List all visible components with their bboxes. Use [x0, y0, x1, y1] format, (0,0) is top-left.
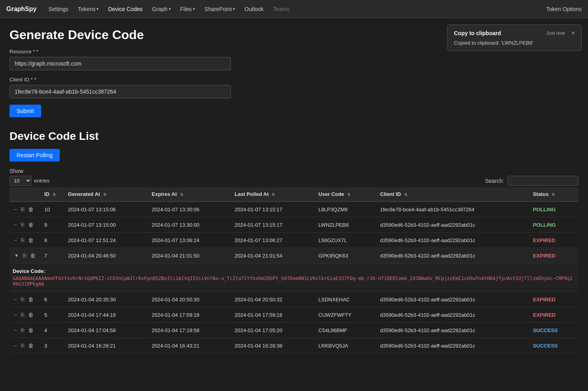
th-expires-at[interactable]: Expires At ⇅ [148, 187, 231, 201]
th-user-code[interactable]: User Code ⇅ [315, 187, 377, 201]
search-wrapper: Search: [485, 176, 579, 186]
nav-files[interactable]: Files ▾ [176, 4, 199, 15]
cell-client-id: d3590ed6-52b3-4102-aeff-aad2292ab01c [377, 248, 529, 263]
table-row: – ⎘ 🗑 9 2024-01-07 13:15:00 2024-01-07 1… [9, 217, 579, 233]
nav-items: Settings Tokens ▾ Device Codes Graph ▾ F… [44, 4, 546, 15]
nav-outlook[interactable]: Outlook [240, 4, 267, 15]
delete-button[interactable]: 🗑 [26, 236, 35, 244]
delete-button[interactable]: 🗑 [28, 252, 37, 259]
search-label: Search: [485, 178, 504, 184]
cell-client-id: d3590ed6-52b3-4102-aeff-aad2292ab01c [377, 338, 529, 353]
copy-button[interactable]: ⎘ [19, 205, 26, 213]
cell-generated-at: 2024-01-04 17:04:58 [65, 323, 148, 338]
cell-user-code: LRKBVQ5JA [315, 338, 377, 353]
client-id-input[interactable] [9, 85, 231, 98]
main-content: Copy to clipboard Just now × Copied to c… [0, 18, 588, 363]
cell-user-code: LSDNXEHAC [315, 292, 377, 307]
th-client-id[interactable]: Client ID ⇅ [377, 187, 529, 201]
copy-button[interactable]: ⎘ [19, 311, 26, 319]
graph-caret: ▾ [169, 7, 171, 11]
cell-generated-at: 2024-01-07 13:15:00 [65, 217, 148, 233]
device-code-label: Device Code: [13, 268, 575, 274]
expand-button[interactable]: – [13, 206, 19, 213]
cell-id: 6 [41, 292, 65, 307]
cell-client-id: 1fec8e78-bce4-4aaf-ab1b-5451cc387264 [377, 201, 529, 217]
nav-sharepoint[interactable]: SharePoint ▾ [200, 4, 239, 15]
th-status[interactable]: Status ⇅ [530, 187, 579, 201]
delete-button[interactable]: 🗑 [26, 342, 35, 350]
expand-button[interactable]: – [13, 296, 19, 303]
delete-button[interactable]: 🗑 [26, 311, 35, 319]
show-entries-wrapper: Show 10 25 50 100 entries [9, 168, 49, 186]
th-last-polled-at[interactable]: Last Polled At ⇅ [231, 187, 315, 201]
copy-button[interactable]: ⎘ [19, 326, 26, 334]
row-actions: – ⎘ 🗑 [13, 326, 38, 334]
expand-button[interactable]: – [13, 221, 19, 228]
cell-expires-at: 2024-01-07 13:06:24 [148, 233, 231, 248]
table-header: ID ⇅ Generated At ⇅ Expires At ⇅ Last Po… [9, 187, 579, 201]
cell-status: EXPIRED [530, 233, 579, 248]
delete-button[interactable]: 🗑 [26, 326, 35, 334]
delete-button[interactable]: 🗑 [26, 295, 35, 303]
cell-last-polled-at: 2024-01-07 13:15:17 [231, 201, 315, 217]
copy-button[interactable]: ⎘ [19, 295, 26, 303]
device-code-expanded-row: Device Code: GAQABAAEAAAAmoFFGtYxvRrNriQ… [9, 263, 579, 292]
copy-button[interactable]: ⎘ [19, 342, 26, 350]
expand-button[interactable]: ▼ [13, 252, 21, 259]
search-input[interactable] [507, 176, 579, 186]
show-select[interactable]: 10 25 50 100 [9, 176, 32, 186]
cell-client-id: d3590ed6-52b3-4102-aeff-aad2292ab01c [377, 217, 529, 233]
resource-input[interactable] [9, 57, 231, 70]
cell-id: 4 [41, 323, 65, 338]
cell-id: 3 [41, 338, 65, 353]
restart-polling-button[interactable]: Restart Polling [9, 149, 60, 162]
copy-button[interactable]: ⎘ [19, 236, 26, 244]
cell-expires-at: 2024-01-04 17:59:18 [148, 307, 231, 323]
cell-client-id: d3590ed6-52b3-4102-aeff-aad2292ab01c [377, 292, 529, 307]
delete-button[interactable]: 🗑 [26, 205, 35, 213]
cell-expires-at: 2024-01-04 20:50:30 [148, 292, 231, 307]
copy-button[interactable]: ⎘ [19, 221, 26, 229]
cell-id: 5 [41, 307, 65, 323]
th-id[interactable]: ID ⇅ [41, 187, 65, 201]
expand-button[interactable]: – [13, 342, 19, 349]
cell-id: 8 [41, 233, 65, 248]
cell-user-code: LWNZLPEB8 [315, 217, 377, 233]
th-generated-at[interactable]: Generated At ⇅ [65, 187, 148, 201]
expand-button[interactable]: – [13, 327, 19, 334]
cell-expires-at: 2024-01-07 13:30:00 [148, 217, 231, 233]
table-row: ▼ ⎘ 🗑 7 2024-01-04 20:46:50 2024-01-04 2… [9, 248, 579, 263]
row-actions: – ⎘ 🗑 [13, 295, 38, 303]
toast-time: Just now [546, 30, 565, 36]
cell-status: SUCCESS [530, 323, 579, 338]
device-code-value: GAQABAAEAAAAmoFFGtYxvRrNriQdPKIZ-zCO3nCp… [13, 276, 575, 287]
app-brand[interactable]: GraphSpy [6, 6, 36, 13]
table-row: – ⎘ 🗑 8 2024-01-07 12:51:24 2024-01-07 1… [9, 233, 579, 248]
row-actions: – ⎘ 🗑 [13, 221, 38, 229]
nav-graph[interactable]: Graph ▾ [148, 4, 175, 15]
navbar: GraphSpy Settings Tokens ▾ Device Codes … [0, 0, 588, 18]
cell-client-id: d3590ed6-52b3-4102-aeff-aad2292ab01c [377, 323, 529, 338]
cell-expires-at: 2024-01-07 13:30:06 [148, 201, 231, 217]
nav-teams[interactable]: Teams [269, 4, 293, 15]
cell-user-code: GPK95QK63 [315, 248, 377, 263]
cell-generated-at: 2024-01-04 20:46:50 [65, 248, 148, 263]
cell-last-polled-at: 2024-01-04 20:50:32 [231, 292, 315, 307]
nav-tokens[interactable]: Tokens ▾ [74, 4, 102, 15]
delete-button[interactable]: 🗑 [26, 221, 35, 229]
expand-button[interactable]: – [13, 311, 19, 318]
submit-button[interactable]: Submit [9, 105, 41, 117]
cell-expires-at: 2024-01-04 16:43:21 [148, 338, 231, 353]
expand-button[interactable]: – [13, 237, 19, 244]
cell-status: POLLING [530, 201, 579, 217]
cell-last-polled-at: 2024-01-04 21:01:54 [231, 248, 315, 263]
token-options[interactable]: Token Options [546, 6, 582, 12]
cell-client-id: d3590ed6-52b3-4102-aeff-aad2292ab01c [377, 233, 529, 248]
toast-close-button[interactable]: × [571, 30, 575, 37]
copy-button[interactable]: ⎘ [21, 252, 28, 259]
nav-settings[interactable]: Settings [44, 4, 72, 15]
device-code-form: Resource * Client ID * Submit [9, 49, 579, 117]
cell-user-code: CUWZFWFTY [315, 307, 377, 323]
nav-device-codes[interactable]: Device Codes [104, 4, 146, 15]
cell-client-id: d3590ed6-52b3-4102-aeff-aad2292ab01c [377, 307, 529, 323]
